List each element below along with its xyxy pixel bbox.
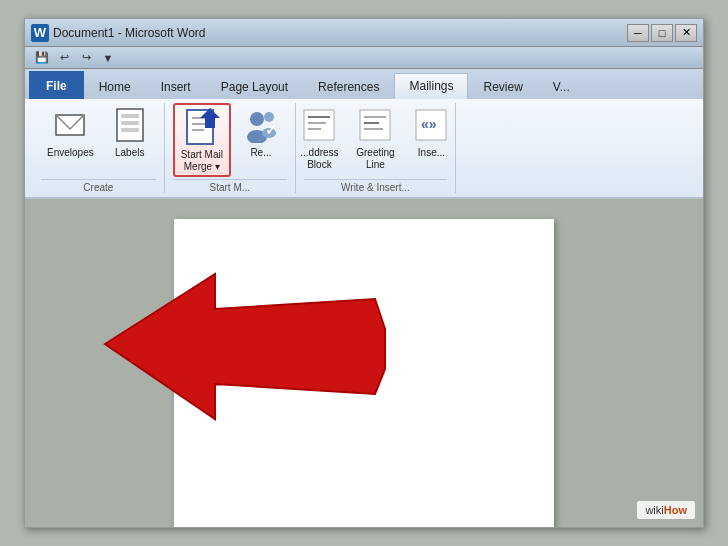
envelopes-icon xyxy=(50,105,90,145)
document-page[interactable] xyxy=(174,219,554,527)
recipients-label: Re... xyxy=(250,147,271,159)
word-window: W Document1 - Microsoft Word ─ □ ✕ 💾 ↩ ↪… xyxy=(24,18,704,528)
svg-rect-3 xyxy=(121,121,139,125)
recipients-icon: ✓ xyxy=(241,105,281,145)
greeting-line-icon xyxy=(355,105,395,145)
start-merge-group-label: Start M... xyxy=(173,179,287,193)
ribbon-tab-row: File Home Insert Page Layout References … xyxy=(25,69,703,99)
insert-field-button[interactable]: «» Inse... xyxy=(405,103,456,161)
insert-field-label: Inse... xyxy=(418,147,445,159)
envelopes-label: Envelopes xyxy=(47,147,94,159)
save-quick-btn[interactable]: 💾 xyxy=(33,49,51,67)
window-controls: ─ □ ✕ xyxy=(627,24,697,42)
svg-rect-0 xyxy=(56,115,84,135)
undo-quick-btn[interactable]: ↩ xyxy=(55,49,73,67)
greeting-line-label: GreetingLine xyxy=(356,147,394,171)
create-group-buttons: Envelopes Labels xyxy=(41,103,156,177)
wikihow-badge: wikiHow xyxy=(637,501,695,519)
labels-button[interactable]: Labels xyxy=(104,103,156,161)
start-merge-group-buttons: Start MailMerge ▾ ✓ xyxy=(173,103,287,177)
insert-field-icon: «» xyxy=(411,105,451,145)
labels-label: Labels xyxy=(115,147,144,159)
svg-point-10 xyxy=(250,112,264,126)
svg-rect-4 xyxy=(121,128,139,132)
svg-rect-15 xyxy=(304,110,334,140)
redo-quick-btn[interactable]: ↪ xyxy=(77,49,95,67)
tab-insert[interactable]: Insert xyxy=(146,73,206,99)
address-block-label: ...ddressBlock xyxy=(300,147,338,171)
close-button[interactable]: ✕ xyxy=(675,24,697,42)
start-mail-merge-label: Start MailMerge ▾ xyxy=(181,149,223,173)
svg-text:✓: ✓ xyxy=(265,122,277,138)
create-group-label: Create xyxy=(41,179,156,193)
svg-point-12 xyxy=(264,112,274,122)
maximize-button[interactable]: □ xyxy=(651,24,673,42)
tab-file[interactable]: File xyxy=(29,71,84,99)
envelopes-button[interactable]: Envelopes xyxy=(41,103,100,161)
ribbon-content: Envelopes Labels xyxy=(25,99,703,197)
title-bar: W Document1 - Microsoft Word ─ □ ✕ xyxy=(25,19,703,47)
tab-page-layout[interactable]: Page Layout xyxy=(206,73,303,99)
wikihow-how: How xyxy=(664,504,687,516)
tab-home[interactable]: Home xyxy=(84,73,146,99)
write-insert-group-buttons: ...ddressBlock GreetingLine xyxy=(296,103,456,177)
tab-references[interactable]: References xyxy=(303,73,394,99)
tab-review[interactable]: Review xyxy=(468,73,537,99)
labels-icon xyxy=(110,105,150,145)
minimize-button[interactable]: ─ xyxy=(627,24,649,42)
address-block-button[interactable]: ...ddressBlock xyxy=(296,103,346,173)
window-title: Document1 - Microsoft Word xyxy=(53,26,627,40)
start-mail-merge-button[interactable]: Start MailMerge ▾ xyxy=(173,103,231,177)
customize-quick-btn[interactable]: ▼ xyxy=(99,49,117,67)
svg-rect-2 xyxy=(121,114,139,118)
tab-mailings[interactable]: Mailings xyxy=(394,73,468,99)
tab-view[interactable]: V... xyxy=(538,73,585,99)
start-mail-merge-icon xyxy=(182,107,222,147)
document-area: wikiHow xyxy=(25,199,703,527)
write-insert-group-label: Write & Insert... xyxy=(304,179,447,193)
recipients-button[interactable]: ✓ Re... xyxy=(235,103,287,161)
quick-access-toolbar: 💾 ↩ ↪ ▼ xyxy=(25,47,703,69)
svg-text:«»: «» xyxy=(421,116,437,132)
ribbon: File Home Insert Page Layout References … xyxy=(25,69,703,199)
svg-rect-19 xyxy=(360,110,390,140)
word-icon: W xyxy=(31,24,49,42)
address-block-icon xyxy=(299,105,339,145)
greeting-line-button[interactable]: GreetingLine xyxy=(349,103,401,173)
